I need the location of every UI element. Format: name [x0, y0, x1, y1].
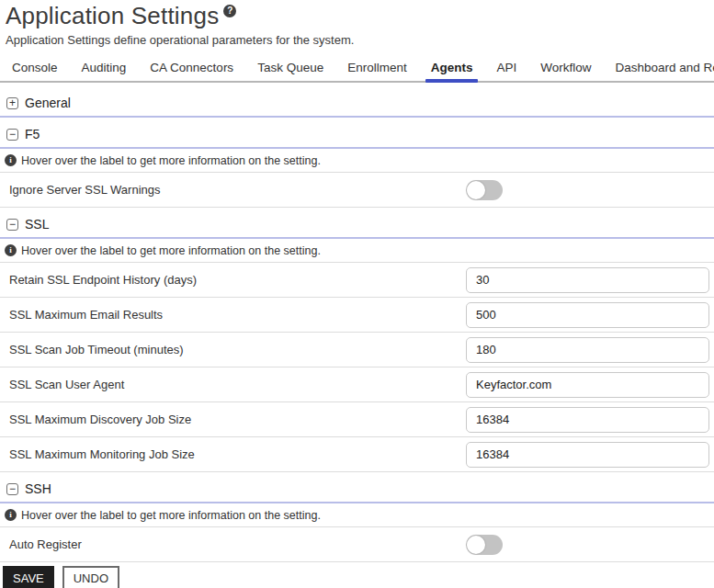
tab-workflow[interactable]: Workflow: [528, 56, 603, 81]
collapse-icon[interactable]: −: [6, 129, 18, 141]
setting-row-ssl-maximum-monitoring-job-size: SSL Maximum Monitoring Job Size: [0, 437, 714, 472]
setting-row-auto-register: Auto Register: [0, 527, 714, 562]
setting-row-ssl-maximum-discovery-job-size: SSL Maximum Discovery Job Size: [0, 402, 714, 437]
save-button[interactable]: SAVE: [3, 566, 54, 588]
application-settings-page: Application Settings ? Application Setti…: [0, 0, 714, 588]
auto-register-toggle[interactable]: [466, 535, 503, 555]
info-icon: i: [5, 154, 17, 166]
undo-button[interactable]: UNDO: [62, 566, 119, 588]
setting-row-ignore-server-ssl-warnings: Ignore Server SSL Warnings: [0, 173, 714, 208]
settings-tab-bar: Console Auditing CA Connectors Task Queu…: [0, 56, 714, 83]
page-subtitle: Application Settings define operational …: [6, 33, 708, 48]
setting-row-ssl-scan-job-timeout: SSL Scan Job Timeout (minutes): [0, 333, 714, 368]
section-title-general: General: [25, 96, 71, 110]
section-header-ssh[interactable]: − SSH: [0, 472, 714, 503]
info-icon: i: [5, 244, 17, 256]
info-text: Hover over the label to get more informa…: [21, 244, 321, 257]
ignore-server-ssl-warnings-toggle[interactable]: [466, 180, 503, 200]
ssl-maximum-monitoring-job-size-input[interactable]: [466, 442, 709, 468]
setting-label: SSL Scan User Agent: [9, 378, 124, 391]
settings-content: + General − F5 i Hover over the label to…: [0, 83, 714, 588]
tab-api[interactable]: API: [484, 56, 528, 81]
section-header-ssl[interactable]: − SSL: [0, 208, 714, 239]
setting-label: SSL Maximum Discovery Job Size: [9, 413, 191, 426]
section-header-general[interactable]: + General: [0, 86, 714, 118]
ssl-maximum-discovery-job-size-input[interactable]: [466, 407, 709, 433]
ssl-scan-user-agent-input[interactable]: [466, 372, 709, 398]
page-title: Application Settings: [6, 2, 219, 29]
expand-icon[interactable]: +: [6, 97, 18, 109]
info-row-ssh: i Hover over the label to get more infor…: [0, 503, 714, 527]
setting-label: SSL Maximum Monitoring Job Size: [9, 447, 195, 461]
tab-enrollment[interactable]: Enrollment: [335, 56, 419, 81]
toggle-knob: [467, 181, 485, 199]
setting-label: Ignore Server SSL Warnings: [9, 183, 161, 197]
info-text: Hover over the label to get more informa…: [21, 509, 321, 522]
info-row-f5: i Hover over the label to get more infor…: [0, 149, 714, 173]
info-row-ssl: i Hover over the label to get more infor…: [0, 239, 714, 263]
tab-auditing[interactable]: Auditing: [70, 56, 139, 81]
tab-task-queue[interactable]: Task Queue: [245, 56, 335, 81]
tab-ca-connectors[interactable]: CA Connectors: [138, 56, 245, 81]
page-header: Application Settings ? Application Setti…: [0, 0, 714, 48]
ssl-scan-job-timeout-input[interactable]: [466, 337, 709, 363]
collapse-icon[interactable]: −: [6, 219, 18, 231]
setting-label: Auto Register: [9, 537, 82, 551]
footer-actions: SAVE UNDO: [0, 562, 714, 588]
section-title-f5: F5: [25, 127, 40, 141]
ssl-maximum-email-results-input[interactable]: [466, 302, 709, 328]
info-text: Hover over the label to get more informa…: [21, 154, 321, 167]
section-title-ssh: SSH: [25, 481, 51, 496]
toggle-knob: [467, 536, 485, 554]
tab-dashboard-and-reports[interactable]: Dashboard and Reports: [604, 56, 714, 81]
collapse-icon[interactable]: −: [6, 483, 18, 495]
setting-row-ssl-maximum-email-results: SSL Maximum Email Results: [0, 298, 714, 333]
tab-agents[interactable]: Agents: [419, 56, 485, 81]
setting-label: Retain SSL Endpoint History (days): [9, 273, 197, 287]
retain-ssl-endpoint-history-input[interactable]: [466, 267, 709, 293]
section-title-ssl: SSL: [25, 217, 49, 232]
setting-label: SSL Scan Job Timeout (minutes): [9, 343, 184, 356]
setting-label: SSL Maximum Email Results: [9, 308, 163, 322]
section-header-f5[interactable]: − F5: [0, 118, 714, 149]
setting-row-ssl-scan-user-agent: SSL Scan User Agent: [0, 368, 714, 402]
help-icon[interactable]: ?: [223, 5, 236, 17]
setting-row-retain-ssl-endpoint-history: Retain SSL Endpoint History (days): [0, 263, 714, 298]
info-icon: i: [5, 509, 17, 521]
tab-console[interactable]: Console: [0, 56, 70, 81]
